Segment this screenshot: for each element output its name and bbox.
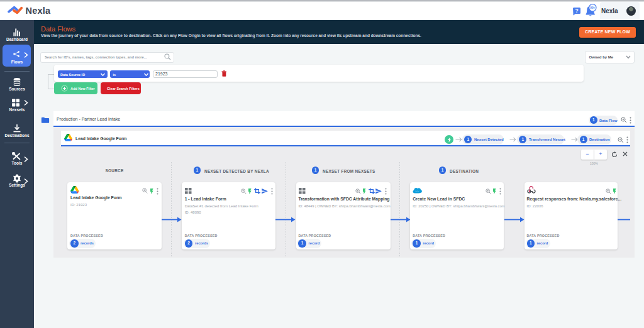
svg-text:99+: 99+ [590,6,595,9]
svg-text:?: ? [575,8,578,14]
